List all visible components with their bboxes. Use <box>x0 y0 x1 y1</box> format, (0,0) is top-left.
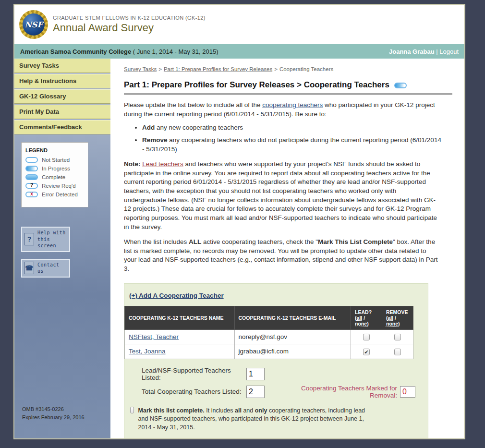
intro-paragraph: Please update the list below to include … <box>124 101 438 119</box>
user-logout-separator: | <box>435 48 440 55</box>
counts-section: Lead/NSF-Supported Teachers Listed: Tota… <box>124 367 428 399</box>
breadcrumb-separator: > <box>274 66 278 72</box>
org-bar: American Samoa Community College ( June … <box>14 44 464 59</box>
logout-link[interactable]: Logout <box>439 48 459 55</box>
teacher-email: jgrabau@icfi.com <box>239 348 289 355</box>
teacher-name-link[interactable]: Test, Joanna <box>129 348 166 355</box>
reporting-period: ( June 1, 2014 - May 31, 2015) <box>131 48 218 55</box>
remove-checkbox[interactable] <box>394 334 401 340</box>
remove-all-link[interactable]: all <box>388 315 393 321</box>
column-header-name: COOPERATING K-12 TEACHERS NAME <box>125 306 235 329</box>
lead-count-label: Lead/NSF-Supported Teachers Listed: <box>142 367 246 381</box>
column-header-lead: LEAD? (all / none) <box>351 306 382 329</box>
nsf-logo-text: NSF <box>23 13 45 36</box>
legend-title: LEGEND <box>25 147 84 153</box>
in-progress-icon <box>394 83 407 88</box>
breadcrumb-separator: > <box>158 66 162 72</box>
removal-count-label: Cooperating Teachers Marked for Removal: <box>276 385 397 399</box>
mark-complete-label: Mark this list complete. It includes all… <box>138 407 375 432</box>
total-count-input[interactable] <box>246 386 265 398</box>
list-item: Add any new cooperating teachers <box>142 123 445 133</box>
page-title: Part 1: Prepare Profiles for Survey Rele… <box>124 80 452 95</box>
teachers-table: COOPERATING K-12 TEACHERS NAME COOPERATI… <box>124 306 413 359</box>
program-name: GRADUATE STEM FELLOWS IN K-12 EDUCATION … <box>53 15 206 21</box>
list-item: Remove any cooperating teachers who did … <box>142 136 445 154</box>
table-row: Test, Joanna jgrabau@icfi.com <box>125 344 413 359</box>
review-required-icon: ? <box>25 183 38 189</box>
main-content: Survey Tasks>Part 1: Prepare Profiles fo… <box>110 59 464 438</box>
sidebar-item-survey-tasks[interactable]: Survey Tasks <box>14 59 110 73</box>
user-name: Joanna Grabau <box>389 48 435 55</box>
lead-teachers-link[interactable]: Lead teachers <box>142 160 183 168</box>
mark-complete-checkbox[interactable] <box>130 407 134 413</box>
legend-box: LEGEND Not Started In Progress Complete … <box>21 142 88 207</box>
teachers-panel: (+) Add A Cooperating Teacher COOPERATIN… <box>124 283 428 438</box>
nsf-logo-icon: NSF <box>19 10 48 39</box>
lead-count-input[interactable] <box>246 368 265 380</box>
teacher-email: noreply@nsf.gov <box>239 333 288 340</box>
not-started-icon <box>25 157 38 163</box>
omb-expires: Expires February 29, 2016 <box>22 413 85 422</box>
lead-all-link[interactable]: all <box>357 315 363 321</box>
sidebar-item-comments-feedback[interactable]: Comments/Feedback <box>14 120 110 134</box>
sidebar-item-glossary[interactable]: GK-12 Glossary <box>14 89 110 104</box>
lead-checkbox[interactable] <box>363 334 370 340</box>
help-button-label: Help with this screen <box>37 230 67 249</box>
lead-checkbox[interactable] <box>363 349 370 355</box>
column-header-remove: REMOVE (all / none) <box>382 306 413 329</box>
lead-none-link[interactable]: none <box>355 321 367 327</box>
breadcrumb-current: Cooperating Teachers <box>279 66 333 72</box>
omb-footer: OMB #3145-0226 Expires February 29, 2016 <box>22 405 85 421</box>
error-detected-icon: x <box>25 192 38 197</box>
removal-count-input[interactable] <box>400 386 415 398</box>
phone-icon: ☎ <box>24 262 34 274</box>
contact-button-label: Contact us <box>37 262 67 275</box>
question-icon: ? <box>24 233 34 245</box>
sidebar: Survey Tasks Help & Instructions GK-12 G… <box>14 59 110 438</box>
add-cooperating-teacher-link[interactable]: (+) Add A Cooperating Teacher <box>129 292 224 299</box>
page-container: NSF GRADUATE STEM FELLOWS IN K-12 EDUCAT… <box>13 4 465 439</box>
omb-number: OMB #3145-0226 <box>22 405 85 413</box>
sidebar-item-print-my-data[interactable]: Print My Data <box>14 105 110 119</box>
contact-button[interactable]: ☎ Contact us <box>21 259 70 278</box>
sidebar-item-help-instructions[interactable]: Help & Instructions <box>14 74 110 88</box>
breadcrumb-survey-tasks[interactable]: Survey Tasks <box>124 66 157 72</box>
remove-none-link[interactable]: none <box>386 321 398 327</box>
breadcrumb-part1[interactable]: Part 1: Prepare Profiles for Survey Rele… <box>164 66 272 72</box>
cooperating-teachers-link[interactable]: cooperating teachers <box>262 101 323 109</box>
instruction-list: Add any new cooperating teachers Remove … <box>142 123 445 154</box>
org-name: American Samoa Community College <box>20 48 131 55</box>
mark-complete-row: Mark this list complete. It includes all… <box>130 407 375 432</box>
remove-checkbox[interactable] <box>394 349 401 355</box>
app-header: NSF GRADUATE STEM FELLOWS IN K-12 EDUCAT… <box>14 5 464 44</box>
total-count-label: Total Cooperating Teachers Listed: <box>142 388 246 395</box>
in-progress-icon <box>25 166 38 171</box>
column-header-email: COOPERATING K-12 TEACHERS E-MAIL <box>234 306 351 329</box>
complete-instructions-paragraph: When the list includes ALL active cooper… <box>124 238 438 274</box>
complete-icon <box>25 174 38 180</box>
table-row: NSFtest, Teacher noreply@nsf.gov <box>125 329 413 344</box>
app-title: Annual Award Survey <box>53 22 206 34</box>
help-button[interactable]: ? Help with this screen <box>21 227 70 252</box>
breadcrumb: Survey Tasks>Part 1: Prepare Profiles fo… <box>124 66 452 72</box>
teacher-name-link[interactable]: NSFtest, Teacher <box>129 333 179 340</box>
note-paragraph: Note: Lead teachers and teachers who wer… <box>124 160 438 231</box>
